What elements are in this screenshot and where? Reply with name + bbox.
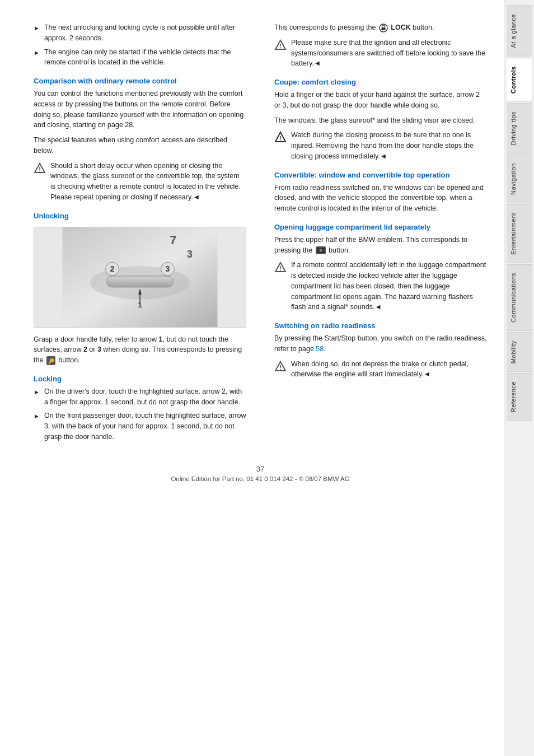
note3-text: If a remote control accidentally left in…: [291, 260, 487, 312]
main-content: ► The next unlocking and locking cycle i…: [0, 0, 504, 756]
sidebar-tab-at-a-glance[interactable]: At a glance: [507, 6, 532, 57]
left-column: ► The next unlocking and locking cycle i…: [34, 22, 252, 448]
bullet-arrow-1: ►: [34, 24, 40, 33]
sidebar: At a glance Controls Driving tips Naviga…: [504, 0, 534, 756]
grasp-text: Grasp a door handle fully, refer to arro…: [34, 334, 246, 366]
warning-text: Watch during the closing process to be s…: [291, 130, 487, 161]
svg-text:7: 7: [170, 232, 176, 246]
note-box-3: If a remote control accidentally left in…: [274, 260, 487, 312]
switching-text: By pressing the Start/Stop button, you s…: [274, 333, 487, 354]
sidebar-tab-mobility[interactable]: Mobility: [507, 332, 532, 372]
coupe-text2: The windows, the glass sunroof* and the …: [274, 115, 487, 126]
coupe-text1: Hold a finger or the back of your hand a…: [274, 90, 487, 111]
bullet-arrow-2: ►: [34, 48, 40, 58]
note-box-1: Should a short delay occur when opening …: [34, 161, 246, 203]
lock-button-text: This corresponds to pressing the LOCK bu…: [274, 22, 487, 33]
svg-rect-18: [381, 27, 385, 30]
door-handle-svg: 2 3 1 7 3: [34, 227, 246, 327]
locking-heading: Locking: [34, 375, 246, 383]
svg-point-29: [280, 270, 281, 271]
warning-box: ! Watch during the closing process to be…: [274, 130, 487, 161]
coupe-heading: Coupe: comfort closing: [274, 78, 487, 86]
bullet-arrow-lock-1: ►: [34, 388, 40, 397]
page-number: 37: [34, 465, 487, 473]
svg-point-32: [280, 368, 281, 370]
convertible-text: From radio readiness switched on, the wi…: [274, 183, 487, 214]
opening-luggage-heading: Opening luggage compartment lid separate…: [274, 223, 487, 231]
page-footer: 37 Online Edition for Part no. 01 41 0 0…: [34, 465, 487, 482]
sidebar-tab-communications[interactable]: Communications: [507, 264, 532, 331]
unlocking-heading: Unlocking: [34, 212, 246, 220]
svg-text:3: 3: [166, 264, 170, 273]
svg-point-26: [319, 249, 322, 252]
svg-rect-5: [107, 276, 174, 287]
comparison-text: You can control the functions mentioned …: [34, 88, 246, 130]
triangle-icon-3: [274, 260, 287, 273]
page-link-58[interactable]: 58: [316, 345, 324, 353]
note1-text: Should a short delay occur when opening …: [50, 161, 246, 203]
right-column: This corresponds to pressing the LOCK bu…: [269, 22, 487, 448]
sidebar-tab-controls[interactable]: Controls: [507, 58, 532, 102]
warning-triangle-icon: !: [274, 130, 287, 143]
svg-point-2: [39, 170, 40, 171]
sidebar-tab-entertainment[interactable]: Entertainment: [507, 204, 532, 263]
special-features-text: The special features when using comfort …: [34, 135, 246, 156]
top-bullet-list: ► The next unlocking and locking cycle i…: [34, 22, 246, 68]
bullet-item-2: ► The engine can only be started if the …: [34, 47, 246, 68]
svg-text:!: !: [279, 135, 282, 142]
bullet-arrow-lock-2: ►: [34, 412, 40, 421]
boot-button-icon: [316, 246, 326, 254]
triangle-icon-4: [274, 360, 287, 372]
svg-text:🔑: 🔑: [48, 358, 54, 365]
two-column-layout: ► The next unlocking and locking cycle i…: [34, 22, 487, 448]
footer-text: Online Edition for Part no. 01 41 0 014 …: [34, 475, 487, 482]
lock-circle-icon: [379, 24, 388, 32]
triangle-icon-2: [274, 38, 287, 50]
comparison-heading: Comparison with ordinary remote control: [34, 77, 246, 85]
note-box-2: Please make sure that the ignition and a…: [274, 38, 487, 69]
sidebar-tab-driving-tips[interactable]: Driving tips: [507, 103, 532, 153]
key-icon: 🔑: [46, 356, 55, 365]
note-box-4: When doing so, do not depress the brake …: [274, 359, 487, 380]
convertible-heading: Convertible: window and convertible top …: [274, 171, 487, 179]
svg-text:3: 3: [187, 249, 193, 260]
triangle-icon-1: [34, 161, 46, 174]
switching-heading: Switching on radio readiness: [274, 321, 487, 330]
locking-bullet-list: ► On the driver's door, touch the highli…: [34, 386, 246, 442]
sidebar-tab-navigation[interactable]: Navigation: [507, 155, 532, 203]
locking-bullet-1: ► On the driver's door, touch the highli…: [34, 386, 246, 408]
opening-luggage-text1: Press the upper half of the BMW emblem. …: [274, 235, 487, 256]
svg-point-21: [280, 47, 281, 48]
sidebar-tab-reference[interactable]: Reference: [507, 373, 532, 421]
svg-text:2: 2: [110, 264, 115, 273]
note4-text: When doing so, do not depress the brake …: [291, 359, 487, 380]
bullet-item-1: ► The next unlocking and locking cycle i…: [34, 22, 246, 44]
door-handle-image: 2 3 1 7 3: [34, 227, 246, 328]
note2-text: Please make sure that the ignition and a…: [291, 38, 487, 69]
locking-bullet-2: ► On the front passenger door, touch the…: [34, 410, 246, 442]
